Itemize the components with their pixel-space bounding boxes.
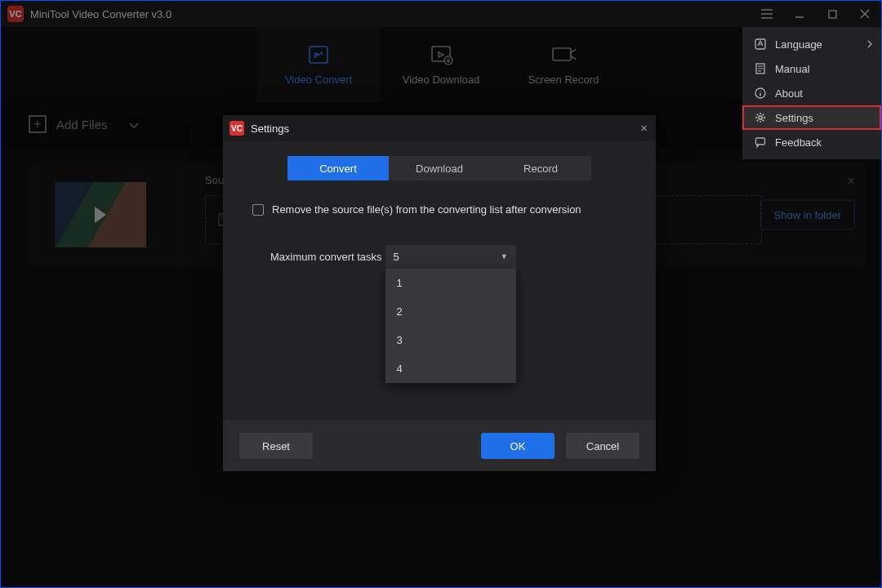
- dialog-logo-icon: VC: [229, 121, 244, 136]
- reset-button[interactable]: Reset: [239, 433, 313, 459]
- menu-item-label: Feedback: [775, 136, 822, 149]
- svg-rect-10: [756, 138, 765, 145]
- select-box[interactable]: 5 ▼: [385, 245, 516, 268]
- ok-button[interactable]: OK: [481, 433, 555, 459]
- checkbox-icon[interactable]: [252, 204, 264, 216]
- menu-item-settings[interactable]: Settings: [742, 105, 881, 130]
- settings-dialog: VC Settings × Convert Download Record Re…: [223, 115, 656, 471]
- dialog-close-button[interactable]: ×: [640, 121, 648, 135]
- max-tasks-select[interactable]: 5 ▼ 1 2 3 4: [385, 245, 516, 268]
- dialog-tab-record[interactable]: Record: [490, 156, 591, 180]
- menu-item-label: About: [775, 87, 803, 100]
- gear-icon: [754, 112, 767, 123]
- select-option[interactable]: 1: [385, 269, 516, 297]
- dialog-body: Remove the source file(s) from the conve…: [223, 180, 656, 421]
- caret-down-icon: ▼: [501, 252, 508, 261]
- menu-item-manual[interactable]: Manual: [742, 56, 881, 81]
- menu-item-feedback[interactable]: Feedback: [742, 130, 881, 154]
- dialog-footer: Reset OK Cancel: [223, 421, 656, 471]
- dialog-titlebar: VC Settings ×: [223, 115, 656, 141]
- app-window: VC MiniTool Video Converter v3.0 Video C…: [0, 0, 882, 588]
- dialog-tabs: Convert Download Record: [287, 156, 591, 180]
- dialog-title: Settings: [251, 122, 289, 135]
- remove-source-row[interactable]: Remove the source file(s) from the conve…: [252, 203, 626, 216]
- dialog-tab-download[interactable]: Download: [389, 156, 490, 180]
- manual-icon: [754, 63, 767, 74]
- menu-item-label: Manual: [775, 63, 810, 75]
- select-dropdown: 1 2 3 4: [385, 268, 516, 383]
- cancel-button[interactable]: Cancel: [566, 433, 639, 459]
- select-value: 5: [394, 251, 399, 263]
- svg-point-9: [759, 116, 762, 119]
- menu-item-language[interactable]: Language: [742, 32, 881, 56]
- select-option[interactable]: 4: [385, 354, 516, 383]
- max-tasks-label: Maximum convert tasks: [270, 251, 382, 263]
- select-option[interactable]: 3: [385, 326, 516, 354]
- menu-item-label: Language: [775, 38, 822, 51]
- select-option[interactable]: 2: [385, 297, 516, 326]
- feedback-icon: [754, 136, 767, 148]
- max-tasks-row: Maximum convert tasks 5 ▼ 1 2 3 4: [252, 245, 626, 268]
- language-icon: [754, 38, 767, 50]
- dialog-tab-convert[interactable]: Convert: [287, 156, 389, 180]
- remove-source-label: Remove the source file(s) from the conve…: [272, 203, 581, 216]
- info-icon: [754, 87, 767, 99]
- menu-item-about[interactable]: About: [742, 81, 881, 105]
- menu-item-label: Settings: [775, 112, 813, 124]
- hamburger-menu: Language Manual About Settings: [742, 27, 881, 159]
- chevron-right-icon: [867, 38, 873, 51]
